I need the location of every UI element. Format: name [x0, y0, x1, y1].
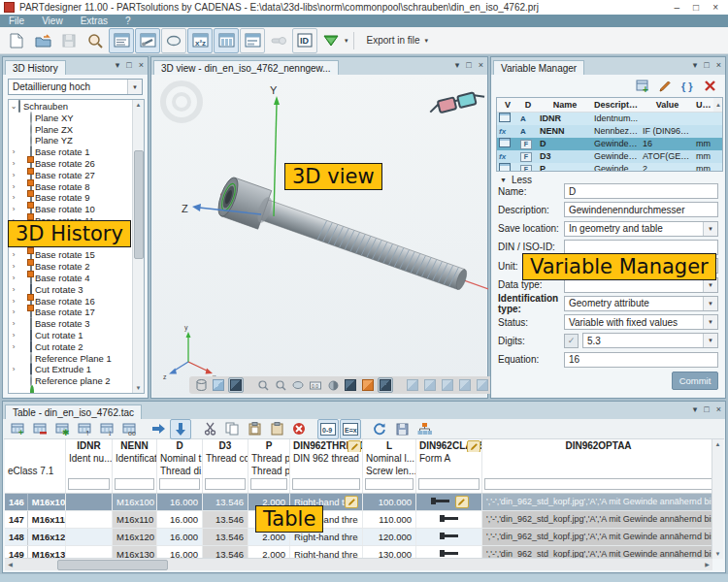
tab-3d-view[interactable]: 3D view - din_en_iso_4762_nenngew... — [153, 60, 339, 75]
expander-closed-icon[interactable]: › — [9, 307, 18, 318]
expander-closed-icon[interactable]: › — [9, 146, 18, 158]
chevron-down-icon[interactable]: ▼ — [703, 297, 717, 310]
column-header-nenn[interactable]: NENN — [113, 439, 157, 452]
structure-button[interactable] — [414, 419, 435, 439]
expander-closed-icon[interactable]: › — [9, 158, 18, 170]
measure-button[interactable]: 0.0 — [308, 377, 323, 393]
expander-closed-icon[interactable]: › — [9, 364, 18, 375]
table-horizontal-scrollbar[interactable]: ◀ ▶ — [5, 558, 712, 570]
filter-input-idnr[interactable] — [68, 478, 110, 490]
view-orange-button[interactable] — [360, 377, 376, 393]
maximize-button[interactable]: □ — [693, 2, 699, 13]
edit-pencil-icon[interactable] — [345, 496, 358, 508]
tree-item-cut-rotate-2[interactable]: ›Cut rotate 2 — [9, 341, 133, 353]
column-header-description[interactable]: Description — [592, 98, 641, 112]
column-header-class[interactable]: DIN962CLASS — [416, 439, 482, 452]
iso-view-4-button[interactable] — [457, 377, 473, 393]
column-header-p[interactable]: Thread pi... — [248, 465, 290, 477]
column-header-p[interactable]: Thread pi... — [248, 452, 290, 465]
tree-item-plane-yz[interactable]: Plane YZ — [9, 135, 133, 146]
tree-item-reference-plane-1[interactable]: Reference Plane 1 — [9, 353, 133, 365]
toggle-attributes-button[interactable] — [240, 28, 265, 53]
delete-variable-button[interactable] — [702, 78, 718, 94]
iso-view-1-button[interactable] — [405, 377, 420, 393]
3d-viewport[interactable]: Y Z y — [152, 75, 486, 397]
panel-maximize-icon[interactable]: □ — [704, 404, 709, 414]
column-header-thread[interactable]: DIN962THREAD — [290, 439, 363, 452]
tree-item-reference-plane-2[interactable]: Reference plane 2 — [9, 375, 133, 387]
expander-closed-icon[interactable]: › — [9, 261, 18, 273]
column-header-optaa[interactable] — [482, 465, 712, 477]
copy-variable-button[interactable]: { } — [679, 78, 696, 94]
dropdown-arrow-icon[interactable]: ▾ — [345, 37, 348, 45]
show-table-button[interactable]: oo — [118, 419, 140, 439]
filter-input-d3[interactable] — [205, 478, 246, 490]
cut-button[interactable] — [199, 419, 220, 439]
shading-mode-button[interactable] — [325, 377, 341, 393]
name-field[interactable]: D — [564, 183, 718, 199]
variable-row-idnr[interactable]: AIDNRIdentnum... — [497, 113, 722, 125]
column-header-d[interactable]: Nominal t... — [157, 452, 203, 465]
scroll-left-icon[interactable]: ◀ — [5, 559, 16, 569]
equation-field[interactable]: 16 — [564, 352, 718, 368]
edit-pencil-icon[interactable] — [467, 440, 480, 452]
column-header-l[interactable]: Screw len... — [363, 465, 416, 477]
expander-closed-icon[interactable]: › — [9, 284, 18, 296]
edit-pencil-icon[interactable] — [455, 496, 469, 508]
expander-closed-icon[interactable]: › — [9, 170, 18, 181]
new-file-button[interactable] — [4, 28, 29, 53]
id-editor-button[interactable]: ID — [292, 28, 317, 53]
column-header-thread[interactable]: DIN 962 thread — [290, 452, 363, 465]
3d-glasses-icon[interactable] — [428, 89, 486, 116]
description-field[interactable]: Gewindenenndurchmesser — [564, 202, 718, 217]
copy-button[interactable] — [221, 419, 243, 439]
expander-closed-icon[interactable]: › — [9, 181, 18, 193]
menu-view[interactable]: View — [33, 16, 72, 26]
save-location-field[interactable]: In geometry and table▼ — [564, 221, 718, 237]
expander-open-icon[interactable]: ⌄ — [9, 101, 18, 113]
chevron-down-icon[interactable]: ▼ — [703, 334, 717, 347]
panel-menu-icon[interactable]: ▾ — [455, 60, 460, 70]
filter-input-class[interactable] — [418, 478, 480, 490]
expander-closed-icon[interactable]: › — [9, 249, 18, 261]
column-header-d[interactable]: Thread di... — [157, 465, 203, 477]
tab-3d-history[interactable]: 3D History — [5, 60, 66, 75]
export-in-file-button[interactable]: Export in file▾ — [359, 25, 437, 56]
column-header-v[interactable]: V — [497, 98, 518, 112]
tree-item-plane-zx[interactable]: Plane ZX — [9, 124, 133, 136]
tree-item-plane-xy[interactable]: Plane XY — [9, 113, 133, 124]
identification-type-field[interactable]: Geometry attribute▼ — [564, 296, 718, 311]
move-right-button[interactable] — [148, 419, 169, 439]
menu-file[interactable]: File — [0, 16, 33, 26]
delete-row-button[interactable] — [29, 419, 50, 439]
column-header-unit[interactable]: Unit — [694, 98, 713, 112]
filter-input-d[interactable] — [159, 478, 200, 490]
new-variant-button[interactable]: ✱ — [51, 419, 73, 439]
menu-help[interactable]: ? — [116, 16, 140, 26]
move-down-button[interactable] — [170, 419, 191, 439]
topology-check-button[interactable] — [318, 28, 344, 53]
scroll-down-icon[interactable]: ▼ — [712, 549, 723, 559]
panel-close-icon[interactable]: × — [479, 60, 483, 70]
scroll-up-icon[interactable]: ▲ — [133, 100, 144, 110]
column-header-d3[interactable] — [203, 465, 248, 477]
status-field[interactable]: Variable with fixed values▼ — [564, 314, 718, 330]
toggle-sketcher-button[interactable] — [161, 28, 186, 53]
tree-scrollbar[interactable]: ▲ ▼ — [132, 100, 144, 393]
column-header-name[interactable]: Name — [538, 98, 592, 112]
expander-closed-icon[interactable]: › — [9, 192, 18, 204]
add-row-button[interactable]: + — [7, 419, 28, 439]
scroll-down-icon[interactable]: ▼ — [133, 383, 144, 393]
column-header-rowhdr[interactable]: eClass 7.1 — [5, 465, 66, 477]
panel-maximize-icon[interactable]: □ — [466, 60, 471, 70]
save-table-button[interactable] — [391, 419, 413, 439]
column-header-idnr[interactable]: IDNR — [66, 439, 113, 452]
add-variable-button[interactable]: + — [635, 78, 651, 94]
column-header-nenn[interactable] — [113, 465, 157, 477]
turntable-button[interactable] — [290, 377, 306, 393]
chevron-down-icon[interactable]: ▼ — [703, 315, 717, 329]
variable-row-nenn[interactable]: fxANENNNennbeze...IF (DIN962FT... — [497, 125, 722, 138]
chevron-down-icon[interactable]: ▼ — [703, 222, 717, 236]
digits-checkbox[interactable]: ✓ — [564, 334, 579, 348]
tree-item-schrauben[interactable]: ⌄Schrauben — [9, 101, 133, 113]
